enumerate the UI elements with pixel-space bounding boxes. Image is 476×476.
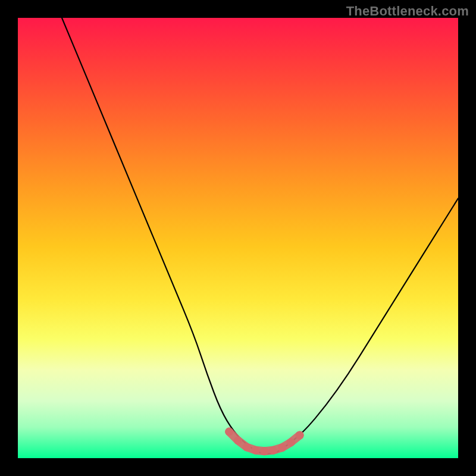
bottleneck-curve [62, 18, 458, 454]
valley-highlight-markers [225, 428, 303, 456]
watermark-text: TheBottleneck.com [346, 4, 469, 19]
valley-marker [225, 428, 233, 436]
valley-marker [269, 446, 277, 455]
valley-marker [243, 443, 251, 452]
valley-marker [252, 446, 260, 455]
valley-marker [278, 443, 286, 452]
valley-marker [260, 447, 268, 455]
plot-area [18, 18, 458, 458]
valley-marker [234, 436, 242, 444]
chart-svg [18, 18, 458, 458]
valley-marker [287, 438, 295, 446]
valley-marker [296, 431, 304, 440]
chart-frame: TheBottleneck.com [0, 0, 476, 476]
